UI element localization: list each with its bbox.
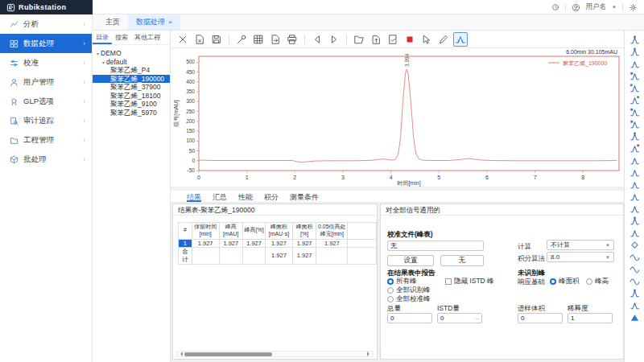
close-tab-icon[interactable]: × [168,19,172,26]
checkbox-icon[interactable] [445,278,452,285]
peak-fill-icon[interactable] [628,311,641,323]
sidebar-item-glp[interactable]: GLP选项› [0,92,92,111]
baseline-end-icon[interactable] [628,94,641,106]
tab-results[interactable]: 结果 [187,191,201,202]
option-peak-height[interactable]: 峰高 [586,277,609,286]
report-check-icon[interactable] [386,32,400,47]
peak-shoulder-icon[interactable] [628,215,641,227]
close-icon[interactable] [175,32,190,47]
tree-item[interactable]: 聚苯乙烯_P4 [93,66,170,75]
tree-node-root[interactable]: ▾DEMO [93,49,170,58]
tree-item[interactable]: 聚苯乙烯_37900 [93,83,170,92]
sidebar-item-calib[interactable]: 校准› [0,53,92,72]
sidebar-item-analysis[interactable]: 分析› [0,14,92,34]
table-grid-icon[interactable] [251,32,266,47]
tab-performance[interactable]: 性能 [238,191,253,202]
radio-off-icon[interactable] [586,278,592,285]
option-peak-area[interactable]: 峰面积 [550,277,580,286]
tab-data-processing[interactable]: 数据处理 × [128,14,180,30]
sidebar-item-project[interactable]: 工程管理› [0,130,92,150]
collapse-icon[interactable]: ▾ [97,51,99,56]
sidebar-item-audit[interactable]: 审计追踪› [0,111,92,130]
peak-separate-icon[interactable] [628,167,641,179]
chevron-right-icon: › [83,78,85,86]
clock-icon[interactable] [551,3,559,11]
tree-node-folder[interactable]: ▾default [93,58,170,67]
baseline-start-icon[interactable] [628,82,641,94]
open-folder-icon[interactable] [352,32,366,47]
set-button[interactable]: 设置 [387,255,434,266]
export-doc-icon[interactable] [268,32,283,47]
dilution-input[interactable] [568,313,613,323]
peak-window-icon[interactable] [628,287,641,299]
clear-file-icon[interactable] [192,32,207,47]
chromatogram-plot[interactable]: -500501001502002503003504004505000123456… [171,48,624,187]
peak-split-icon[interactable] [628,70,641,82]
peak-trace-icon[interactable] [628,179,641,191]
tree-item[interactable]: 聚苯乙烯_18100 [93,92,170,101]
calibration-file-input[interactable] [387,241,484,251]
peak-area-tool-icon[interactable] [628,203,641,215]
tree-tab-other-projects[interactable]: 其他工程 [131,31,163,44]
peak-marker-icon[interactable] [628,46,641,58]
gear-icon[interactable] [629,3,638,12]
radio-on-icon[interactable] [387,278,394,285]
user-avatar-icon[interactable] [572,3,580,12]
scrollbar-thumb[interactable] [184,352,272,356]
scroll-left-icon[interactable] [178,352,183,356]
algorithm-select[interactable]: 8.0▼ [547,252,614,262]
integration-events-icon[interactable] [453,32,468,47]
save-icon[interactable] [209,32,224,47]
collapse-icon[interactable]: ▾ [102,60,105,65]
option-all-calibrated[interactable]: 全部校准峰 [387,294,431,304]
option-hide-istd[interactable]: 隐藏 ISTD 峰 [445,277,494,286]
tree-item[interactable]: 聚苯乙烯_5970 [93,109,170,117]
sidebar-item-dataproc[interactable]: 数据处理› [0,34,92,53]
nav-next-icon[interactable] [327,32,341,47]
peak-rear-handle-icon[interactable] [628,118,641,130]
tab-home[interactable]: 主页 [97,14,128,30]
wrench-icon[interactable] [234,32,249,47]
none-button[interactable]: 无 [440,255,484,266]
smooth-curve-icon[interactable] [628,251,641,263]
tree-item[interactable]: 聚苯乙烯_190000 [93,75,170,84]
peak-outline-icon[interactable] [628,58,641,70]
tab-summary[interactable]: 汇总 [213,191,227,202]
peak-front-handle-icon[interactable] [628,106,641,118]
total-amount-input[interactable] [387,313,432,323]
pointer-icon[interactable] [419,32,434,47]
wave-baseline-icon[interactable] [628,275,641,287]
zoom-region-icon[interactable] [628,34,641,46]
sidebar-item-batch[interactable]: 批处理› [0,150,92,169]
export-arrow-icon[interactable] [369,32,383,47]
peak-valley-icon[interactable] [628,227,641,239]
peak-delete-icon[interactable] [628,142,641,154]
tree-tab-directory[interactable]: 目录 [93,31,112,44]
chevron-down-icon[interactable]: ▼ [612,5,617,10]
smooth-curve-alt-icon[interactable] [628,263,641,275]
stop-icon[interactable] [402,32,417,47]
username-label[interactable]: 用户名 [586,2,607,12]
sidebar-item-user[interactable]: 用户管理› [0,72,92,92]
pen-icon[interactable] [436,32,451,47]
baseline-handle-icon[interactable] [628,130,641,142]
nav-prev-icon[interactable] [310,32,324,47]
radio-on-icon[interactable] [550,278,556,285]
radio-off-icon[interactable] [387,287,394,294]
peak-levels-icon[interactable] [628,299,641,311]
peak-trace-alt-icon[interactable] [628,191,641,203]
print-icon[interactable] [285,32,299,47]
table-row[interactable]: 1 1.927 1.927 1.927 1.927 1.927 1.927 [179,239,377,247]
tab-integration[interactable]: 积分 [264,191,279,202]
tree-item[interactable]: 聚苯乙烯_9100 [93,100,170,109]
point-marker-icon[interactable] [628,239,641,251]
injection-volume-input[interactable] [518,313,563,323]
peak-merge-icon[interactable] [628,154,641,167]
horizontal-scrollbar[interactable] [176,351,374,357]
tree-tab-search[interactable]: 搜索 [112,31,131,44]
calc-select[interactable]: 不计算▼ [547,240,614,250]
scroll-right-icon[interactable] [367,352,372,356]
tab-measurement-conditions[interactable]: 测量条件 [290,191,319,202]
radio-off-icon[interactable] [387,296,394,302]
ellipsis-icon[interactable]: … [474,315,480,320]
